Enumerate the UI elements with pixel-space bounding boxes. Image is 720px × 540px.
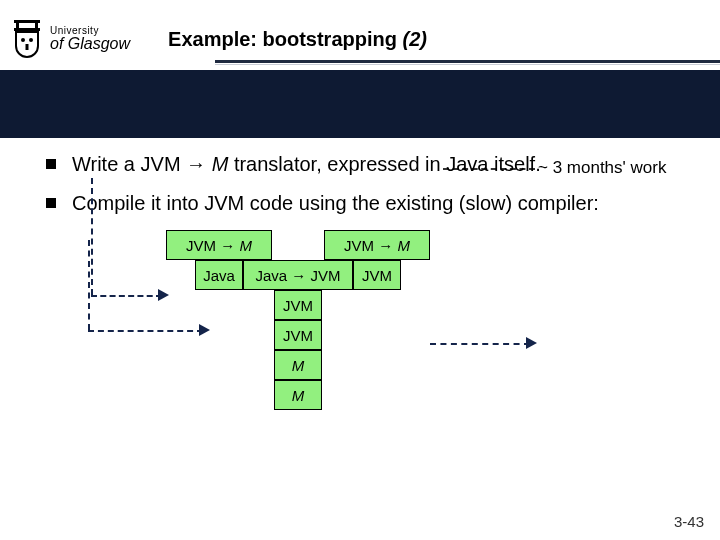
bullet-list: Write a JVM → M translator, expressed in… — [46, 152, 690, 216]
arrowhead-icon — [199, 324, 210, 336]
svg-point-4 — [21, 38, 25, 42]
t-mid-center: Java → JVM — [243, 260, 353, 290]
t-top-left: JVM → M — [166, 230, 272, 260]
t-mid-right: JVM — [353, 260, 401, 290]
connector-line — [88, 330, 203, 332]
t-diagram: JVM → M JVM → M Java Java → JVM JVM JVM … — [166, 230, 586, 460]
slide-title: Example: bootstrapping (2) — [168, 28, 427, 51]
bullet-item: Compile it into JVM code using the exist… — [46, 191, 690, 216]
logo-line-2: of Glasgow — [50, 36, 130, 52]
svg-rect-6 — [26, 44, 29, 50]
svg-rect-0 — [14, 20, 40, 23]
t-stem-3: M — [274, 350, 322, 380]
svg-rect-2 — [16, 23, 19, 28]
connector-line — [91, 295, 162, 297]
logo-text: University of Glasgow — [50, 26, 130, 52]
bullet-item: Write a JVM → M translator, expressed in… — [46, 152, 690, 177]
t-stem-1: JVM — [274, 290, 322, 320]
crest-icon — [10, 18, 44, 60]
t-mid-left: Java — [195, 260, 243, 290]
t-top-right: JVM → M — [324, 230, 430, 260]
connector-line — [88, 240, 90, 330]
university-logo: University of Glasgow — [10, 18, 130, 60]
t-stem-2: JVM — [274, 320, 322, 350]
svg-point-5 — [29, 38, 33, 42]
header-band — [0, 70, 720, 138]
output-connector — [430, 343, 530, 345]
arrowhead-icon — [158, 289, 169, 301]
t-stem-4: M — [274, 380, 322, 410]
arrowhead-icon — [526, 337, 537, 349]
connector-line — [91, 178, 93, 295]
page-number: 3-43 — [674, 513, 704, 530]
svg-rect-3 — [35, 23, 38, 28]
title-underline — [215, 60, 720, 65]
slide-body: ~ 3 months' work Write a JVM → M transla… — [0, 146, 720, 540]
svg-rect-1 — [14, 28, 40, 31]
